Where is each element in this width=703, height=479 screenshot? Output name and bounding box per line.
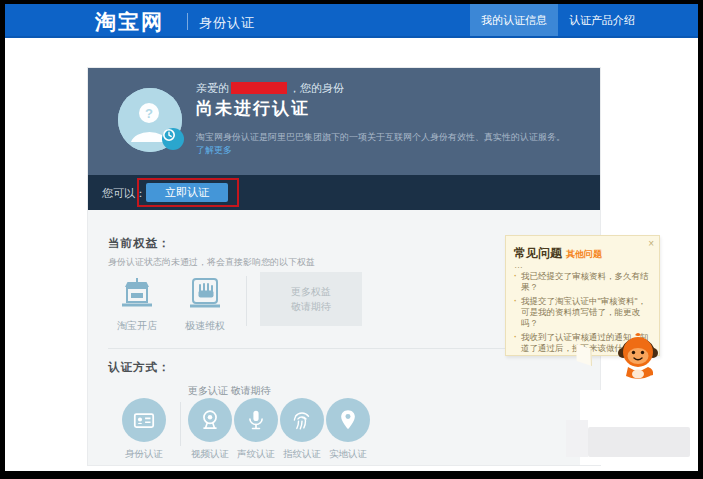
status-banner: ? 亲爱的，您的身份 尚未进行认证 淘宝网身份认证是阿里巴巴集团旗下的一项关于互… bbox=[88, 68, 600, 175]
greeting-line: 亲爱的，您的身份 bbox=[196, 81, 344, 96]
method-video[interactable]: 视频认证 bbox=[186, 398, 234, 461]
redacted-username bbox=[231, 82, 287, 94]
page: 淘宝网 身份认证 我的认证信息 认证产品介绍 ? bbox=[5, 4, 698, 471]
webcam-icon bbox=[188, 398, 232, 442]
shop-icon bbox=[108, 272, 166, 314]
learn-more-link[interactable]: 了解更多 bbox=[196, 145, 232, 155]
faq-ellipsis: … bbox=[514, 262, 651, 268]
more-benefits-placeholder: 更多权益 敬请期待 bbox=[260, 272, 362, 326]
background-overlay-box bbox=[580, 390, 698, 465]
method-onsite[interactable]: 实地认证 bbox=[324, 398, 372, 461]
method-voiceprint[interactable]: 声纹认证 bbox=[232, 398, 280, 461]
more-methods-coming-soon: 更多认证 敬请期待 bbox=[188, 384, 271, 398]
description-text: 淘宝网身份认证是阿里巴巴集团旗下的一项关于互联网个人身份有效性、真实性的认证服务… bbox=[196, 132, 565, 142]
avatar: ? bbox=[118, 88, 182, 152]
you-can-label: 您可以： bbox=[102, 186, 146, 201]
location-pin-icon bbox=[326, 398, 370, 442]
more-benefits-line1: 更多权益 bbox=[291, 284, 331, 299]
verify-now-button[interactable]: 立即认证 bbox=[146, 183, 228, 202]
taobao-mascot-icon bbox=[615, 331, 661, 387]
clock-badge-icon bbox=[162, 128, 184, 150]
faq-header: 常见问题其他问题 bbox=[514, 243, 651, 262]
method-label: 视频认证 bbox=[186, 448, 234, 461]
page-title: 身份认证 bbox=[199, 14, 255, 32]
benefit-label: 极速维权 bbox=[176, 319, 234, 333]
method-fingerprint[interactable]: 指纹认证 bbox=[278, 398, 326, 461]
method-identity[interactable]: 身份认证 bbox=[120, 398, 168, 461]
svg-text:?: ? bbox=[145, 106, 153, 121]
screenshot-frame: 淘宝网 身份认证 我的认证信息 认证产品介绍 ? bbox=[0, 0, 703, 479]
fist-icon bbox=[176, 272, 234, 314]
faq-other-questions-link[interactable]: 其他问题 bbox=[566, 249, 602, 259]
method-label: 身份认证 bbox=[120, 448, 168, 461]
action-bar: 您可以： 立即认证 bbox=[88, 175, 600, 210]
faq-item[interactable]: 我已经提交了审核资料，多久有结果？ bbox=[514, 271, 651, 293]
verification-description: 淘宝网身份认证是阿里巴巴集团旗下的一项关于互联网个人身份有效性、真实性的认证服务… bbox=[196, 131, 576, 157]
benefit-open-shop[interactable]: 淘宝开店 bbox=[108, 272, 166, 333]
gray-shape bbox=[566, 420, 588, 457]
fingerprint-icon bbox=[280, 398, 324, 442]
gray-shape bbox=[588, 427, 690, 457]
taobao-logo[interactable]: 淘宝网 bbox=[95, 8, 164, 36]
vertical-divider bbox=[180, 402, 181, 446]
more-benefits-line2: 敬请期待 bbox=[291, 299, 331, 314]
current-benefits-title: 当前权益： bbox=[108, 236, 171, 251]
tab-certification-products[interactable]: 认证产品介绍 bbox=[558, 4, 646, 36]
faq-item[interactable]: 我提交了淘宝认证中"审核资料"，可是我的资料填写错了，能更改吗？ bbox=[514, 296, 651, 329]
verification-status-title: 尚未进行认证 bbox=[196, 97, 310, 120]
vertical-divider bbox=[246, 276, 247, 326]
greeting-suffix: ，您的身份 bbox=[289, 82, 344, 94]
current-benefits-subtitle: 身份认证状态尚未通过，将会直接影响您的以下权益 bbox=[108, 256, 315, 269]
greeting-prefix: 亲爱的 bbox=[196, 82, 229, 94]
top-navigation-bar: 淘宝网 身份认证 我的认证信息 认证产品介绍 bbox=[5, 4, 698, 38]
benefit-rights-protection[interactable]: 极速维权 bbox=[176, 272, 234, 333]
id-card-icon bbox=[122, 398, 166, 442]
microphone-icon bbox=[234, 398, 278, 442]
close-icon[interactable]: × bbox=[648, 238, 654, 249]
methods-title: 认证方式： bbox=[108, 360, 171, 375]
tab-my-certification-info[interactable]: 我的认证信息 bbox=[470, 4, 558, 36]
header-tabs: 我的认证信息 认证产品介绍 bbox=[470, 4, 646, 36]
method-label: 实地认证 bbox=[324, 448, 372, 461]
logo-divider bbox=[187, 13, 188, 30]
method-label: 指纹认证 bbox=[278, 448, 326, 461]
method-label: 声纹认证 bbox=[232, 448, 280, 461]
faq-title: 常见问题 bbox=[514, 246, 562, 260]
benefit-label: 淘宝开店 bbox=[108, 319, 166, 333]
